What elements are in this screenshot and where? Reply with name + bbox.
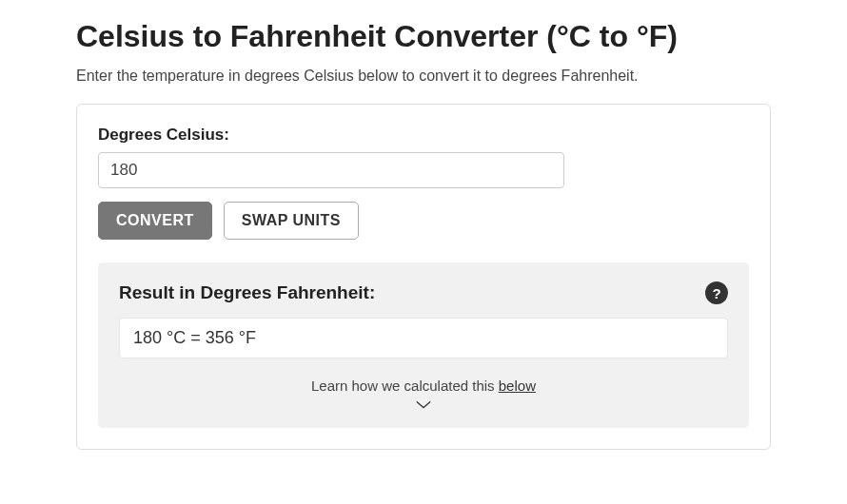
page-subtitle: Enter the temperature in degrees Celsius… bbox=[76, 68, 771, 85]
swap-units-button[interactable]: SWAP UNITS bbox=[224, 202, 359, 240]
convert-button[interactable]: CONVERT bbox=[98, 202, 212, 240]
expand-chevron[interactable] bbox=[119, 397, 728, 415]
help-icon[interactable]: ? bbox=[705, 281, 728, 304]
converter-card: Degrees Celsius: CONVERT SWAP UNITS Resu… bbox=[76, 104, 771, 450]
celsius-input-label: Degrees Celsius: bbox=[98, 126, 749, 145]
learn-below-link[interactable]: below bbox=[499, 378, 536, 394]
learn-prefix: Learn how we calculated this bbox=[311, 378, 499, 394]
page-title: Celsius to Fahrenheit Converter (°C to °… bbox=[76, 19, 771, 54]
button-row: CONVERT SWAP UNITS bbox=[98, 202, 749, 240]
result-box: Result in Degrees Fahrenheit: ? 180 °C =… bbox=[98, 262, 749, 428]
result-output: 180 °C = 356 °F bbox=[119, 318, 728, 359]
chevron-down-icon bbox=[415, 397, 432, 411]
result-header: Result in Degrees Fahrenheit: ? bbox=[119, 281, 728, 304]
result-title: Result in Degrees Fahrenheit: bbox=[119, 282, 375, 303]
learn-row: Learn how we calculated this below bbox=[119, 378, 728, 394]
celsius-input[interactable] bbox=[98, 152, 564, 188]
